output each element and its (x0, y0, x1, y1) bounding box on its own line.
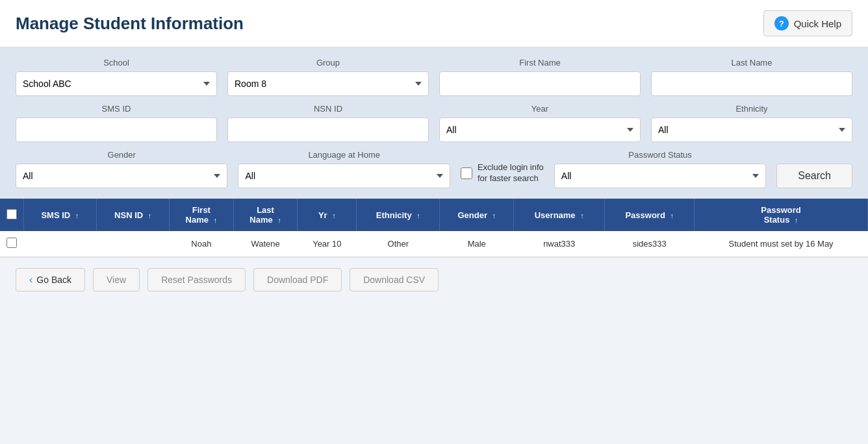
sms-id-filter-group: SMS ID (16, 104, 217, 142)
sms-id-sort-icon: ↑ (75, 212, 79, 219)
col-gender[interactable]: Gender ↑ (440, 199, 514, 231)
select-all-checkbox[interactable] (6, 209, 17, 219)
row-ethnicity: Other (357, 231, 440, 257)
view-button[interactable]: View (93, 268, 140, 291)
col-sms-id[interactable]: SMS ID ↑ (23, 199, 97, 231)
col-password-status[interactable]: PasswordStatus ↑ (695, 199, 868, 231)
row-gender: Male (440, 231, 514, 257)
language-filter-group: Language at Home All EnglishMaoriSamoanO… (238, 150, 450, 188)
filter-section: School School ABC School DEF Group Room … (0, 47, 868, 199)
exclude-login-checkbox[interactable] (461, 167, 472, 179)
year-label: Year (439, 104, 641, 114)
col-first-name[interactable]: FirstName ↑ (170, 199, 234, 231)
col-last-name[interactable]: LastName ↑ (233, 199, 298, 231)
sms-id-label: SMS ID (16, 104, 217, 114)
year-select[interactable]: All Year 1Year 2Year 3 Year 4Year 5Year … (439, 117, 641, 142)
download-csv-button[interactable]: Download CSV (350, 268, 439, 291)
school-filter-group: School School ABC School DEF (16, 58, 217, 96)
group-filter-group: Group Room 8 Room 9 Room 10 (227, 58, 429, 96)
language-label: Language at Home (238, 150, 450, 160)
school-label: School (16, 58, 217, 68)
col-year[interactable]: Yr ↑ (298, 199, 357, 231)
group-select[interactable]: Room 8 Room 9 Room 10 (227, 71, 429, 96)
reset-passwords-button[interactable]: Reset Passwords (147, 268, 246, 291)
row-year: Year 10 (298, 231, 357, 257)
row-first-name: Noah (170, 231, 234, 257)
ethnicity-sort-icon: ↑ (416, 212, 420, 219)
table-section: SMS ID ↑ NSN ID ↑ FirstName ↑ LastName ↑… (0, 199, 868, 257)
header: Manage Student Information ? Quick Help (0, 0, 868, 47)
gender-filter-group: Gender All MaleFemaleOther (16, 150, 227, 188)
year-sort-icon: ↑ (332, 212, 336, 219)
last-name-label: Last Name (651, 58, 852, 68)
username-sort-icon: ↑ (580, 212, 584, 219)
last-name-filter-group: Last Name (651, 58, 852, 96)
gender-sort-icon: ↑ (492, 212, 496, 219)
back-arrow-icon: ‹ (29, 274, 32, 286)
password-sort-icon: ↑ (670, 212, 674, 219)
password-status-filter-group: Password Status All SetNot SetExpired (554, 150, 766, 188)
exclude-login-group: Exclude login infofor faster search (461, 162, 544, 188)
row-sms-id (23, 231, 97, 257)
password-status-sort-icon: ↑ (795, 216, 798, 224)
col-password[interactable]: Password ↑ (605, 199, 695, 231)
col-username[interactable]: Username ↑ (514, 199, 605, 231)
filter-row-3: Gender All MaleFemaleOther Language at H… (16, 150, 852, 188)
col-ethnicity[interactable]: Ethnicity ↑ (357, 199, 440, 231)
last-name-sort-icon: ↑ (277, 216, 281, 224)
ethnicity-filter-group: Ethnicity All MaoriPakehaPacificAsianOth… (651, 104, 852, 142)
first-name-filter-group: First Name (439, 58, 641, 96)
footer-bar: ‹ Go Back View Reset Passwords Download … (0, 257, 868, 302)
nsn-id-label: NSN ID (227, 104, 429, 114)
filter-row-1: School School ABC School DEF Group Room … (16, 58, 852, 96)
row-password-status: Student must set by 16 May (695, 231, 868, 257)
table-header-row: SMS ID ↑ NSN ID ↑ FirstName ↑ LastName ↑… (0, 199, 868, 231)
download-pdf-button[interactable]: Download PDF (253, 268, 342, 291)
nsn-id-input[interactable] (227, 117, 429, 142)
language-select[interactable]: All EnglishMaoriSamoanOther (238, 164, 450, 188)
table-row: Noah Watene Year 10 Other Male nwat333 s… (0, 231, 868, 257)
help-icon: ? (774, 16, 789, 31)
ethnicity-select[interactable]: All MaoriPakehaPacificAsianOther (651, 117, 852, 142)
password-status-select[interactable]: All SetNot SetExpired (554, 164, 766, 188)
last-name-input[interactable] (651, 71, 852, 96)
gender-label: Gender (16, 150, 227, 160)
school-select[interactable]: School ABC School DEF (16, 71, 217, 96)
quick-help-button[interactable]: ? Quick Help (763, 10, 852, 36)
row-password: sides333 (605, 231, 695, 257)
go-back-button[interactable]: ‹ Go Back (16, 268, 85, 291)
page-title: Manage Student Information (16, 14, 244, 34)
group-label: Group (227, 58, 429, 68)
password-status-label: Password Status (554, 150, 766, 160)
row-last-name: Watene (233, 231, 298, 257)
first-name-label: First Name (439, 58, 641, 68)
quick-help-label: Quick Help (794, 18, 841, 29)
row-checkbox-cell[interactable] (0, 231, 23, 257)
filter-row-2: SMS ID NSN ID Year All Year 1Year 2Year … (16, 104, 852, 142)
gender-select[interactable]: All MaleFemaleOther (16, 164, 227, 188)
select-all-header[interactable] (0, 199, 23, 231)
ethnicity-label: Ethnicity (651, 104, 852, 114)
exclude-login-label: Exclude login infofor faster search (478, 162, 544, 184)
first-name-input[interactable] (439, 71, 641, 96)
year-filter-group: Year All Year 1Year 2Year 3 Year 4Year 5… (439, 104, 641, 142)
search-button[interactable]: Search (776, 164, 852, 188)
col-nsn-id[interactable]: NSN ID ↑ (97, 199, 170, 231)
nsn-id-filter-group: NSN ID (227, 104, 429, 142)
row-username: nwat333 (514, 231, 605, 257)
first-name-sort-icon: ↑ (214, 216, 218, 224)
sms-id-input[interactable] (16, 117, 217, 142)
row-select-checkbox[interactable] (6, 238, 17, 248)
student-table: SMS ID ↑ NSN ID ↑ FirstName ↑ LastName ↑… (0, 199, 868, 257)
nsn-id-sort-icon: ↑ (148, 212, 152, 219)
row-nsn-id (97, 231, 170, 257)
table-body: Noah Watene Year 10 Other Male nwat333 s… (0, 231, 868, 257)
